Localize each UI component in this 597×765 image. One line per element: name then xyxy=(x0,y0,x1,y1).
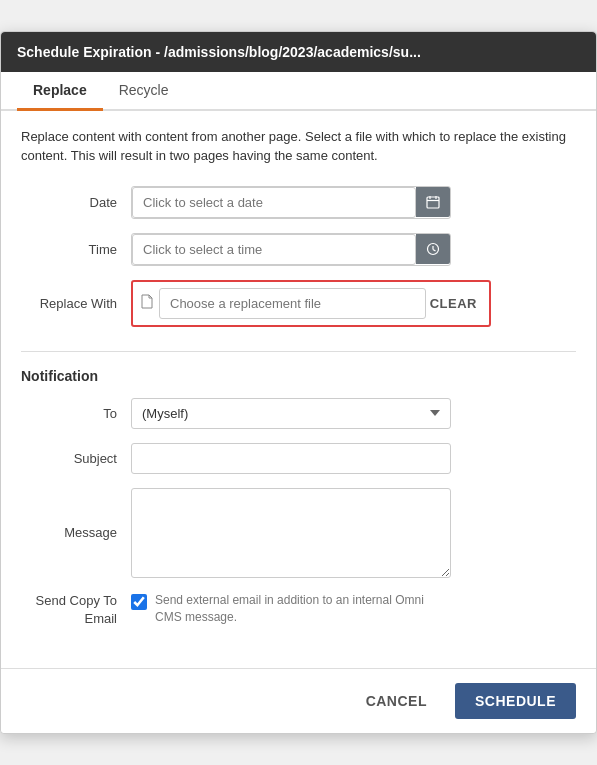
send-copy-label: Send Copy ToEmail xyxy=(21,592,131,628)
date-input[interactable] xyxy=(132,187,416,218)
time-input[interactable] xyxy=(132,234,416,265)
subject-label: Subject xyxy=(21,451,131,466)
time-label: Time xyxy=(21,242,131,257)
modal-footer: CANCEL SCHEDULE xyxy=(1,668,596,733)
date-input-wrapper[interactable] xyxy=(131,186,451,219)
schedule-button[interactable]: SCHEDULE xyxy=(455,683,576,719)
to-select[interactable]: (Myself) xyxy=(131,398,451,429)
svg-line-6 xyxy=(433,250,436,252)
to-row: To (Myself) xyxy=(21,398,576,429)
subject-input[interactable] xyxy=(131,443,451,474)
modal-header: Schedule Expiration - /admissions/blog/2… xyxy=(1,32,596,72)
subject-row: Subject xyxy=(21,443,576,474)
to-label: To xyxy=(21,406,131,421)
time-row: Time xyxy=(21,233,576,266)
send-copy-row: Send Copy ToEmail Send external email in… xyxy=(21,592,576,628)
replace-with-input[interactable] xyxy=(159,288,426,319)
replace-with-label: Replace With xyxy=(21,296,131,311)
file-icon xyxy=(141,294,153,312)
date-row: Date xyxy=(21,186,576,219)
tab-replace[interactable]: Replace xyxy=(17,72,103,111)
send-copy-checkbox[interactable] xyxy=(131,594,147,610)
replace-with-wrapper: CLEAR xyxy=(131,280,491,327)
section-divider xyxy=(21,351,576,352)
modal-title: Schedule Expiration - /admissions/blog/2… xyxy=(17,44,421,60)
date-label: Date xyxy=(21,195,131,210)
tab-recycle[interactable]: Recycle xyxy=(103,72,185,111)
date-time-section: Date Time xyxy=(21,186,576,327)
message-textarea[interactable] xyxy=(131,488,451,578)
replace-with-row: Replace With CLEAR xyxy=(21,280,576,327)
clear-button[interactable]: CLEAR xyxy=(426,296,481,311)
description-text: Replace content with content from anothe… xyxy=(21,127,576,166)
clock-icon[interactable] xyxy=(416,234,450,264)
time-input-wrapper[interactable] xyxy=(131,233,451,266)
notification-section: Notification To (Myself) Subject Message xyxy=(21,368,576,628)
notification-title: Notification xyxy=(21,368,576,384)
modal-container: Schedule Expiration - /admissions/blog/2… xyxy=(0,31,597,734)
calendar-icon[interactable] xyxy=(416,187,450,217)
message-label: Message xyxy=(21,525,131,540)
svg-rect-0 xyxy=(427,197,439,208)
send-copy-hint: Send external email in addition to an in… xyxy=(155,592,451,626)
cancel-button[interactable]: CANCEL xyxy=(350,685,443,717)
modal-body: Replace content with content from anothe… xyxy=(1,111,596,668)
send-copy-content: Send external email in addition to an in… xyxy=(131,592,451,626)
message-row: Message xyxy=(21,488,576,578)
tabs-bar: Replace Recycle xyxy=(1,72,596,111)
